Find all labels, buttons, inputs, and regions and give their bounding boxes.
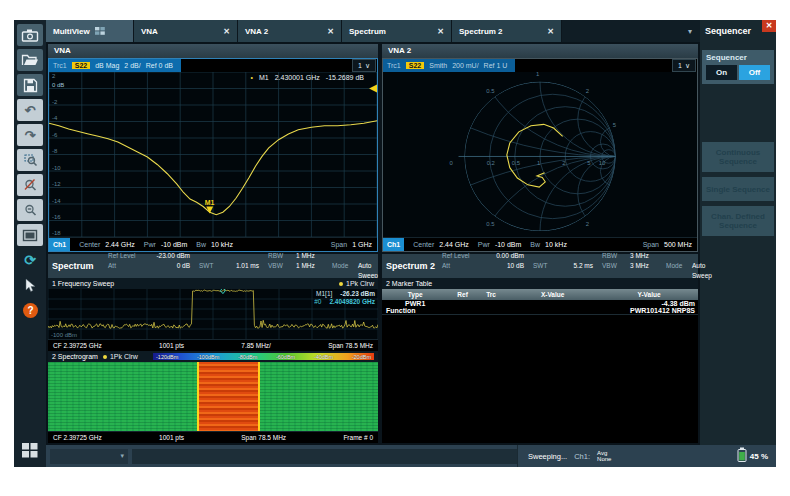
bw-label: Bw [196, 241, 206, 248]
scale-label: -120dBm [156, 354, 178, 360]
svg-text:2: 2 [586, 88, 589, 94]
chevron-down-icon: ∨ [685, 62, 690, 70]
close-tab-icon[interactable]: ✕ [437, 27, 444, 36]
undo-arrow-icon[interactable]: ↶ [17, 99, 43, 121]
svg-text:?: ? [27, 305, 33, 316]
smith-chart-plot[interactable]: 00.20.5125100.51250.512 [383, 72, 697, 237]
tab-spectrum[interactable]: Spectrum ✕ [342, 20, 452, 42]
svg-text:2: 2 [52, 73, 56, 79]
help-icon[interactable]: ? [17, 299, 43, 321]
avg-value: None [597, 456, 611, 463]
vna-channel-bar: Ch1 Center 2.44 GHz Pwr -10 dBm Bw 10 kH… [49, 237, 377, 251]
status-message-area [132, 449, 517, 464]
vna2-channel-bar: Ch1 Center 2.44 GHz Pwr -10 dBm Bw 10 kH… [383, 237, 697, 251]
tab-vna[interactable]: VNA ✕ [134, 20, 238, 42]
y-axis-label: -100 dBm [51, 332, 77, 338]
sequencer-on-button[interactable]: On [706, 65, 737, 80]
panel-vna2[interactable]: VNA 2 Trc1 S22 Smith 200 mU/ Ref 1 U 1 ∨ [382, 44, 698, 252]
channel-badge[interactable]: Ch1 [49, 238, 70, 251]
trace-name: Trc1 [387, 62, 401, 69]
panel-spectrum[interactable]: Spectrum Ref Level -23.00 dBm RBW 1 MHz … [48, 254, 378, 443]
ref-level-label: Ref Level [108, 251, 144, 261]
zoom-off-icon[interactable] [17, 174, 43, 196]
svg-text:M1: M1 [205, 199, 215, 206]
marker-frequency: 2.4049820 GHz [329, 298, 375, 306]
panel-title: Spectrum 2 [386, 261, 438, 271]
redo-glyph: ↷ [25, 129, 36, 142]
zoom-area-icon[interactable] [17, 149, 43, 171]
open-folder-icon[interactable] [17, 49, 43, 71]
cursor-help-icon[interactable] [17, 274, 43, 296]
tab-vna2[interactable]: VNA 2 ✕ [238, 20, 342, 42]
window-title: 2 Spectrogram [52, 353, 98, 360]
channel-defined-sequence-button[interactable]: Chan. Defined Sequence [702, 206, 774, 236]
battery-percent: 45 % [750, 452, 768, 461]
status-right-cluster: Sweeping... Ch1: Avg None 45 % [517, 445, 776, 467]
screenshot-page: ↶ ↷ ⟳ ? MultiView [0, 0, 790, 496]
svg-text:0: 0 [450, 160, 454, 166]
windows-start-button[interactable] [17, 438, 43, 462]
save-icon[interactable] [17, 74, 43, 96]
svg-text:-14: -14 [52, 198, 61, 204]
marker-table-header: Type Ref Trc X-Value Y-Value [382, 289, 698, 300]
frequency-sweep-plot[interactable]: M1[1] -26.23 dBm #0 2.4049820 GHz -100 d… [48, 289, 378, 339]
center-value: 2.44 GHz [439, 241, 469, 248]
marker-frame: #0 [314, 298, 321, 306]
close-tab-icon[interactable]: ✕ [327, 27, 334, 36]
status-dropdown[interactable]: ▾ [50, 449, 128, 464]
tab-overflow-caret[interactable]: ▾ [688, 27, 700, 36]
sequencer-header: Sequencer ✕ [700, 20, 776, 42]
refresh-icon[interactable]: ⟳ [17, 249, 43, 271]
points-value: 1001 pts [159, 434, 184, 441]
window-number: 1 [678, 62, 682, 69]
camera-icon[interactable] [17, 24, 43, 46]
trace-mode-indicator: 1Pk Clrw [103, 353, 138, 360]
svg-text:-6: -6 [52, 132, 58, 138]
pwr-value: -10 dBm [161, 241, 187, 248]
tab-label: Spectrum [349, 27, 386, 36]
ref-level-value: -23.00 dBm [144, 251, 190, 261]
spectrogram-plot[interactable] [48, 362, 378, 431]
center-value: 2.44 GHz [105, 241, 135, 248]
marker-bullet: • [251, 74, 253, 81]
tab-spectrum2[interactable]: Spectrum 2 ✕ [452, 20, 562, 42]
vna-plot[interactable]: 20 dB-2-4-6-8-10-12-14-16-18M1 • M1 2.43… [49, 72, 377, 237]
sequencer-off-button[interactable]: Off [739, 65, 770, 80]
svg-text:2: 2 [586, 221, 589, 227]
trace-ref: Ref 1 U [484, 62, 508, 69]
window-number-select[interactable]: 1 ∨ [672, 59, 696, 72]
svg-text:-16: -16 [52, 214, 61, 220]
single-sequence-button[interactable]: Single Sequence [702, 177, 774, 201]
marker-type: PWR1 [382, 300, 448, 307]
zoom-out-icon[interactable] [17, 199, 43, 221]
rbw-value: 1 MHz [296, 251, 328, 261]
panel-vna[interactable]: VNA Trc1 S22 dB Mag 2 dB/ Ref 0 dB 1 ∨ [48, 44, 378, 252]
redo-arrow-icon[interactable]: ↷ [17, 124, 43, 146]
svg-text:-2: -2 [52, 99, 58, 105]
continuous-sequence-button[interactable]: Continuous Sequence [702, 142, 774, 172]
sequencer-title: Sequencer [705, 26, 751, 36]
trace-mode-label: 1Pk Clrw [346, 280, 374, 287]
close-tab-icon[interactable]: ✕ [223, 27, 230, 36]
span-value: 1 GHz [352, 241, 372, 248]
channel-badge[interactable]: Ch1 [383, 238, 404, 251]
display-window-icon[interactable] [17, 224, 43, 246]
svg-text:1: 1 [537, 160, 540, 166]
trace-scale: 200 mU/ [452, 62, 478, 69]
window-number-select[interactable]: 1 ∨ [352, 59, 376, 72]
span-value: Span 78.5 MHz [328, 342, 373, 349]
battery-icon [737, 447, 747, 466]
tab-multiview[interactable]: MultiView [46, 20, 134, 42]
scale-label: -60dBm [276, 354, 295, 360]
marker-table-title-bar: 2 Marker Table [382, 278, 698, 289]
spectrogram-title-bar: 2 Spectrogram 1Pk Clrw -120dBm -100dBm -… [48, 351, 378, 362]
svg-text:5: 5 [613, 122, 617, 128]
pwr-label: Pwr [144, 241, 156, 248]
svg-text:0 dB: 0 dB [52, 82, 64, 88]
close-panel-icon[interactable]: ✕ [762, 20, 776, 32]
close-tab-icon[interactable]: ✕ [547, 27, 554, 36]
panel-spectrum2[interactable]: Spectrum 2 Ref Level 0.00 dBm RBW 3 MHz … [382, 254, 698, 443]
svg-text:-12: -12 [52, 181, 61, 187]
pwr-label: Pwr [478, 241, 490, 248]
trace-color-dot [339, 282, 343, 286]
